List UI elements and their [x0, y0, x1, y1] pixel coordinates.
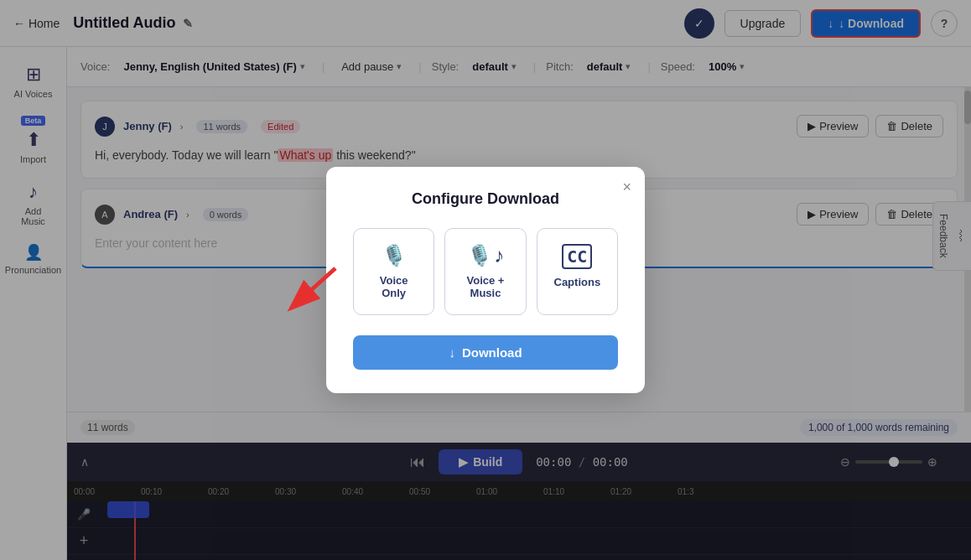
- voice-only-label: Voice Only: [367, 274, 420, 299]
- option-voice-music[interactable]: 🎙️♪ Voice + Music: [444, 228, 526, 315]
- modal-download-button[interactable]: ↓ Download: [353, 335, 618, 370]
- voice-music-label: Voice + Music: [459, 274, 511, 299]
- captions-label: Captions: [554, 276, 601, 288]
- captions-icon: CC: [562, 244, 592, 269]
- modal-download-label: Download: [462, 345, 522, 360]
- option-captions[interactable]: CC Captions: [537, 228, 618, 315]
- modal-overlay[interactable]: Configure Download × 🎙️ Voice Only 🎙️♪ V…: [0, 0, 971, 560]
- modal-close-button[interactable]: ×: [622, 179, 631, 196]
- modal-options: 🎙️ Voice Only 🎙️♪ Voice + Music CC Capti…: [353, 228, 618, 315]
- modal-download-icon: ↓: [449, 345, 455, 360]
- modal-title: Configure Download: [353, 190, 618, 208]
- voice-only-icon: 🎙️: [382, 244, 407, 267]
- configure-download-modal: Configure Download × 🎙️ Voice Only 🎙️♪ V…: [326, 167, 645, 393]
- voice-music-icon: 🎙️♪: [467, 244, 504, 267]
- option-voice-only[interactable]: 🎙️ Voice Only: [353, 228, 434, 315]
